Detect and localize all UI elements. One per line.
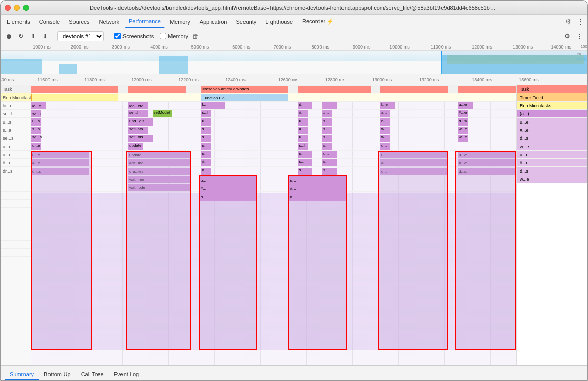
upd-ols-b[interactable]: upd...ols bbox=[128, 118, 153, 126]
l-block-1[interactable]: l... bbox=[201, 102, 216, 109]
tab-performance[interactable]: Performance bbox=[125, 16, 165, 28]
row7-b7[interactable]: w...e bbox=[458, 135, 468, 142]
setmodel-block[interactable]: setModel bbox=[153, 110, 172, 117]
row5-b7[interactable]: d...s bbox=[458, 118, 468, 126]
settings-icon[interactable]: ⚙ bbox=[562, 31, 572, 41]
tl-label-7000: 7000 ms bbox=[274, 44, 291, 50]
row7-b4[interactable]: u... bbox=[298, 135, 308, 142]
tab-event-log[interactable]: Event Log bbox=[109, 369, 144, 380]
u-e-b3[interactable]: u... bbox=[201, 143, 211, 150]
setdata-b[interactable]: setData bbox=[128, 127, 148, 134]
row6-b4[interactable]: #... bbox=[298, 127, 308, 134]
function-call-block[interactable]: Function Call bbox=[201, 94, 288, 101]
row3-b8[interactable]: u...e bbox=[458, 102, 473, 109]
update-b[interactable]: update bbox=[128, 143, 143, 150]
row6-b6[interactable]: w... bbox=[380, 127, 390, 134]
row7-b6[interactable]: w... bbox=[380, 135, 390, 142]
row8-b5[interactable]: s...l bbox=[322, 143, 332, 150]
row3-b5[interactable]: d... bbox=[298, 102, 313, 109]
tab-security[interactable]: Security bbox=[232, 17, 260, 27]
u-e-b1[interactable]: u...e bbox=[31, 143, 41, 150]
selection-box-1[interactable] bbox=[31, 151, 92, 350]
s-a-b3[interactable]: s... bbox=[201, 127, 211, 134]
selection-box-6[interactable] bbox=[455, 151, 516, 350]
selection-box-4[interactable]: u... #... d... bbox=[288, 175, 347, 350]
hash-e-b3[interactable]: #... bbox=[201, 159, 211, 166]
row3-b6[interactable] bbox=[322, 102, 337, 109]
u-e-b4[interactable]: u... bbox=[201, 151, 211, 158]
microtask-block-1[interactable] bbox=[31, 94, 118, 101]
row4-b7[interactable]: a... bbox=[380, 110, 390, 117]
u-s-b3[interactable]: u... bbox=[201, 118, 211, 126]
tab-bottom-up[interactable]: Bottom-Up bbox=[39, 369, 76, 380]
row3-b4[interactable] bbox=[215, 102, 225, 109]
selection-box-3[interactable]: u... #... d... bbox=[199, 175, 257, 350]
row4-b6[interactable]: #... bbox=[322, 110, 332, 117]
record-button[interactable]: ⏺ bbox=[4, 31, 14, 41]
se-l-b4[interactable]: s...l bbox=[201, 110, 211, 117]
reload-record-button[interactable]: ↻ bbox=[16, 31, 26, 41]
tab-memory[interactable]: Memory bbox=[166, 17, 194, 27]
row11-b4[interactable]: s... bbox=[298, 168, 313, 175]
tab-application[interactable]: Application bbox=[195, 17, 231, 27]
screenshots-checkbox[interactable] bbox=[114, 33, 121, 39]
overflow-menu-icon[interactable]: ⋮ bbox=[575, 17, 585, 27]
row8-b4[interactable]: s...l bbox=[298, 143, 308, 150]
row4-b5[interactable]: #... bbox=[298, 110, 308, 117]
overflow-icon[interactable]: ⋮ bbox=[574, 31, 584, 41]
tab-lighthouse[interactable]: Lighthouse bbox=[261, 17, 297, 27]
selection-box-2[interactable] bbox=[126, 151, 191, 350]
row10-b5[interactable]: s... bbox=[322, 159, 337, 166]
tl-label-9000: 9000 ms bbox=[353, 44, 371, 50]
devtools-tab-bar: Elements Console Sources Network Perform… bbox=[1, 15, 587, 29]
flame-chart: Task Run Microtasks lo...e se...l u...s … bbox=[1, 85, 587, 380]
tab-console[interactable]: Console bbox=[35, 17, 64, 27]
row5-b4[interactable]: u... bbox=[298, 118, 308, 126]
clear-button[interactable]: ⬆ bbox=[28, 31, 38, 41]
row11-b5[interactable]: s... bbox=[322, 168, 337, 175]
se-l-b1[interactable]: se...l bbox=[31, 110, 41, 117]
s-a-b1[interactable]: s...a bbox=[31, 127, 41, 134]
row9-b5[interactable]: u... bbox=[322, 151, 337, 158]
row5-b6[interactable]: b... bbox=[380, 118, 390, 126]
loa-ete-block[interactable]: loa...ete bbox=[128, 102, 148, 109]
tab-call-tree[interactable]: Call Tree bbox=[76, 369, 109, 380]
task-block-5[interactable] bbox=[380, 86, 448, 93]
tab-summary[interactable]: Summary bbox=[5, 369, 39, 380]
se-s-b1[interactable]: se...s bbox=[31, 135, 41, 142]
lo-e-block[interactable]: lo...e bbox=[31, 102, 46, 109]
tab-elements[interactable]: Elements bbox=[3, 17, 34, 27]
row9-b4[interactable]: u... bbox=[298, 151, 313, 158]
task-block-3[interactable]: #resolveNamesForNodes bbox=[201, 86, 288, 93]
dr-s-b3[interactable]: d... bbox=[201, 168, 211, 175]
memory-checkbox[interactable] bbox=[160, 33, 166, 39]
settings-icon[interactable]: ⚙ bbox=[563, 17, 573, 27]
task-block-2[interactable] bbox=[128, 86, 186, 93]
load-button[interactable]: ⬇ bbox=[40, 31, 51, 41]
task-block-4[interactable] bbox=[298, 86, 371, 93]
row8-b6[interactable]: u... bbox=[380, 143, 390, 150]
row6-b5[interactable]: s... bbox=[322, 127, 332, 134]
target-dropdown[interactable]: devtools #1 bbox=[57, 31, 104, 41]
row3-b7[interactable]: l...e bbox=[380, 102, 395, 109]
task-block-6[interactable] bbox=[458, 86, 516, 93]
selection-box-5[interactable] bbox=[378, 151, 448, 350]
tab-network[interactable]: Network bbox=[95, 17, 124, 27]
task-block-1[interactable] bbox=[31, 86, 118, 93]
timeline-overview[interactable]: 1000 ms 2000 ms 3000 ms 4000 ms 5000 ms … bbox=[1, 43, 587, 74]
maximize-button[interactable] bbox=[23, 5, 29, 11]
u-s-b1[interactable]: u...s bbox=[31, 118, 41, 126]
set-ols-b[interactable]: set...ols bbox=[128, 135, 153, 142]
row5-b5[interactable]: s...l bbox=[322, 118, 332, 126]
se-s-b3[interactable]: s... bbox=[201, 135, 211, 142]
close-button[interactable] bbox=[5, 5, 11, 11]
row4-b8[interactable]: #...e bbox=[458, 110, 468, 117]
minimize-button[interactable] bbox=[14, 5, 20, 11]
delete-icon[interactable]: 🗑 bbox=[190, 31, 201, 41]
tab-sources[interactable]: Sources bbox=[65, 17, 93, 27]
row6-b7[interactable]: w...e bbox=[458, 127, 468, 134]
se-l-b2[interactable]: se...l bbox=[128, 110, 148, 117]
tab-recorder[interactable]: Recorder ⚡ bbox=[298, 16, 338, 27]
row10-b4[interactable]: s... bbox=[298, 159, 313, 166]
row7-b5[interactable]: s... bbox=[322, 135, 332, 142]
